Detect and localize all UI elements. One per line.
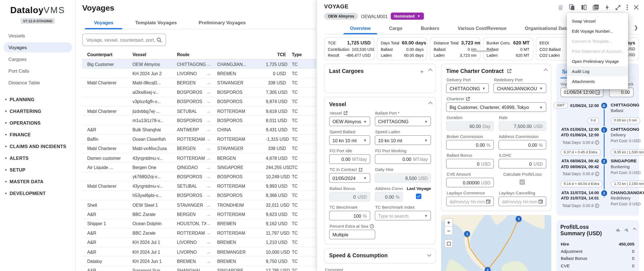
tc-in-contract-select[interactable]: 01/05/2024▼	[329, 173, 370, 183]
search-input[interactable]	[86, 37, 157, 42]
sidebar-section-alerts[interactable]: ▾ALERTS	[3, 152, 72, 164]
table-row[interactable]: A&RBBC ZarateROTTERDAM→ROTTERDAM11,797 U…	[82, 229, 317, 238]
menu-item-print-statement-of-account[interactable]: Print Statement of Account...	[567, 46, 628, 56]
collapse-icon[interactable]	[633, 228, 636, 231]
tab-preliminary-voyages[interactable]: Preliminary Voyages	[188, 17, 257, 29]
table-row[interactable]: BaffinOcean ClownfishROTTERDAM→ROTTERDAM…	[82, 135, 317, 144]
export-pdf-icon[interactable]: PDF	[593, 4, 599, 11]
table-row[interactable]: h53ywl6pbi-v...BOSPOROS→BOSPOROS8,366 US…	[82, 191, 317, 200]
tab-template-voyages[interactable]: Template Voyages	[124, 17, 188, 29]
table-row[interactable]: m1u13i1z78-v...BOSPOROS→BOSPOROS8,011 US…	[82, 116, 317, 125]
table-row[interactable]: Mabl Chartererjizdvbbg7ej-...SETUBAL→ROT…	[82, 106, 317, 116]
charterer-select[interactable]: Big Customer, Charterer, 45999, Tokyo▼	[446, 102, 546, 112]
ballast-port-select[interactable]: CHITTAGONG▼	[375, 117, 431, 126]
cve-amount-field[interactable]: 0.00000USD	[446, 178, 494, 187]
menu-item-audit-log[interactable]: Audit Log	[567, 66, 628, 76]
table-row[interactable]: v3plxz4gfh-v...BOSPOROS→BOSPOROS9,874 US…	[82, 97, 317, 106]
redelivery-port-select[interactable]: CHANGJIANGKOU▼	[494, 84, 546, 93]
address-commission-field[interactable]: 0.00%	[498, 140, 546, 150]
table-row[interactable]: Air Liquide ...Bergen OneQINGDAO→SINGAPO…	[82, 163, 317, 172]
expand-icon[interactable]	[615, 4, 621, 10]
table-row[interactable]: Shipper 1Ocean DolphinHOUSTON, TX→BREMEN…	[82, 219, 317, 229]
external-link-icon[interactable]	[507, 69, 512, 73]
table-row[interactable]: A&RBBC ZarateBERGEN→ROTTERDAM9,623 USDTC	[82, 210, 317, 219]
table-row[interactable]: Big CustomerOEW AlmyrosCHITTAGONG→CHANGJ…	[82, 60, 317, 69]
add-cargo-icon[interactable]: ＋	[419, 69, 425, 73]
broker-commission-field[interactable]: 0.00%	[446, 140, 494, 150]
ilohc-field[interactable]: 0USD	[498, 159, 546, 169]
compare-documents-icon[interactable]	[581, 4, 587, 11]
sidebar-section-planning[interactable]: ▾PLANNING	[3, 94, 72, 105]
tcc-ballast-bonus-field[interactable]: 0USD	[446, 159, 494, 169]
sidebar-item-distance-table[interactable]: Distance Table	[3, 78, 72, 88]
map-zoom-out-button[interactable]: −	[444, 227, 453, 235]
fo-port-working-field[interactable]: 0.00MT/day	[375, 154, 431, 164]
sidebar-section-claims-and-incidents[interactable]: ▾CLAIMS AND INCIDENTS	[3, 141, 72, 152]
tabs-scroll-chevron-icon[interactable]: ❯	[631, 25, 639, 32]
menu-item-swap-vessel[interactable]: Swap Vessel	[567, 16, 628, 26]
route-map[interactable]: + − 123 Leaflet | © OpenStreetMap © CART…	[441, 215, 551, 271]
menu-item-convert-to-template[interactable]: Convert to Template...	[567, 36, 628, 46]
search-box[interactable]	[82, 34, 166, 46]
table-row[interactable]: Mabl ChartererMabl-vx46vc2usaBERGEN→STAV…	[82, 144, 317, 153]
laydays-cancelling-field[interactable]: dd/mm/yy hh:mm	[498, 197, 546, 206]
collapse-icon[interactable]	[428, 69, 433, 73]
map-fullscreen-button[interactable]	[444, 239, 453, 248]
vessel-select[interactable]: OEW Almyros▼	[329, 117, 370, 126]
tc-benchmark-index-select[interactable]: Type to search.▼	[375, 211, 431, 221]
collapse-icon[interactable]	[428, 102, 433, 106]
calendar-icon[interactable]	[486, 199, 491, 204]
speed-ballast-select[interactable]: 10 kn 10 mt▼	[329, 136, 370, 145]
sidebar-section-operations[interactable]: ▾OPERATIONS	[3, 117, 72, 129]
speed-laden-select[interactable]: 10 kn 10 mt▼	[375, 136, 431, 145]
sidebar-section-finance[interactable]: ▾FINANCE	[3, 129, 72, 141]
menu-item-open-preliminary-voyage[interactable]: Open Preliminary Voyage	[567, 56, 628, 66]
panel-tab-cargo[interactable]: Cargo	[380, 23, 412, 34]
panel-tab-overview[interactable]: Overview	[341, 23, 380, 34]
table-row[interactable]: ShellOEW Steel 1STAVANGER→TRONDHEIM32,01…	[82, 200, 317, 210]
external-link-icon[interactable]	[344, 111, 348, 115]
panel-tab-bunkers[interactable]: Bunkers	[412, 23, 449, 34]
table-row[interactable]: A&RBulk ShanghaiANTWERP→CHINA9,431 USDTC	[82, 125, 317, 135]
more-icon[interactable]	[626, 4, 628, 11]
calendar-icon[interactable]	[595, 90, 600, 95]
sidebar-item-cargoes[interactable]: Cargoes	[3, 54, 72, 64]
external-link-icon[interactable]	[466, 97, 470, 101]
panel-tab-various-cost-revenue[interactable]: Various Cost/Revenue	[449, 23, 516, 34]
sidebar-item-voyages[interactable]: Voyages	[3, 42, 72, 53]
calendar-icon[interactable]	[538, 199, 543, 204]
collapse-icon[interactable]	[543, 69, 548, 73]
fo-port-idle-field[interactable]: 0.00MT/day	[329, 154, 370, 164]
percent-extra-field[interactable]: Multiple	[329, 230, 375, 239]
tc-benchmark-field[interactable]: 100%	[329, 211, 370, 221]
table-row[interactable]: Damen customer43yrgntdmu-v...ROTTERDAM→B…	[82, 153, 317, 163]
close-icon[interactable]	[634, 5, 639, 10]
table-row[interactable]: al2ksi6xej-v...BOSPOROS→BOSPOROS7,305 US…	[82, 88, 317, 97]
table-row[interactable]: Mabl Charterer43yrgntdmu-v...SETUBAL→ROT…	[82, 182, 317, 191]
delivery-port-select[interactable]: CHITTAGONG▼	[446, 84, 489, 93]
table-row[interactable]: yk7680i2oj-v...BOSPOROS→BOSPOROS10,249 U…	[82, 172, 317, 182]
last-voyage-checkbox[interactable]	[416, 194, 422, 199]
menu-item-attachments[interactable]: Attachments	[567, 76, 628, 86]
bar-chart-icon[interactable]	[616, 227, 620, 233]
table-row[interactable]: A&RKH 2024 Jul 1LIVORNO→BREMANGER10,000 …	[82, 247, 317, 257]
menu-item-edit-voyage-number[interactable]: Edit Voyage Number...	[567, 26, 628, 36]
lightning-icon[interactable]	[605, 4, 610, 11]
status-dropdown[interactable]: Nominated ▼	[391, 13, 424, 20]
map-zoom-in-button[interactable]: +	[444, 218, 453, 227]
laydays-commence-field[interactable]: dd/mm/yy hh:mm	[446, 197, 494, 206]
table-row[interactable]: KH 2024 Jun 2LIVORNO→BREMEN0 USDTC	[82, 69, 317, 79]
sidebar-section-master-data[interactable]: ▾MASTER DATA	[3, 176, 72, 187]
trend-search-icon[interactable]	[624, 227, 628, 233]
sidebar-section-development[interactable]: ▾DEVELOPMENT	[3, 187, 72, 199]
tab-voyages[interactable]: Voyages	[83, 17, 124, 29]
summary-scrollbar[interactable]	[472, 50, 494, 52]
sidebar-section-setup[interactable]: ▾SETUP	[3, 164, 72, 176]
table-row[interactable]: A&RKH 2024 Jul 1LIVORNO→BREMEN1,210 USDT…	[82, 238, 317, 247]
sidebar-section-chartering[interactable]: ▾CHARTERING	[3, 105, 72, 117]
edit-icon[interactable]	[359, 167, 363, 172]
sidebar-item-port-calls[interactable]: Port Calls	[3, 66, 72, 76]
copy-icon[interactable]	[569, 4, 576, 11]
table-row[interactable]: DataloyKH 2024 Jun 1BREMEN→BREMEN9,750 U…	[82, 256, 317, 266]
delete-icon[interactable]	[558, 4, 564, 11]
